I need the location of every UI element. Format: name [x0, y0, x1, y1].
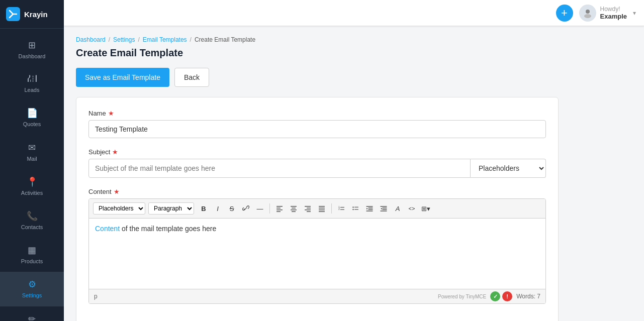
editor-footer: p Powered by TinyMCE ✓ ! Words: 7 [89, 289, 545, 303]
breadcrumb-sep-3: / [190, 36, 192, 43]
app-name: Krayin [24, 10, 48, 19]
sidebar-item-leads[interactable]: ⛜ Leads [0, 67, 64, 100]
svg-rect-12 [307, 208, 311, 209]
sidebar-item-label: Quotes [23, 121, 41, 128]
main-content: Dashboard / Settings / Email Templates /… [64, 26, 644, 321]
svg-rect-5 [277, 209, 283, 210]
editor-icon-green[interactable]: ✓ [490, 291, 500, 301]
editor-icon-red[interactable]: ! [502, 291, 512, 301]
products-icon: ▦ [28, 245, 36, 256]
svg-point-25 [352, 209, 353, 210]
toolbar-placeholders-dropdown[interactable]: Placeholders [93, 202, 145, 215]
action-bar: Save as Email Template Back [76, 68, 632, 87]
ordered-list-button[interactable]: 1.2. [335, 202, 348, 215]
outdent-button[interactable] [377, 202, 390, 215]
toolbar-separator-1 [269, 203, 270, 213]
user-menu[interactable]: Howdy! Example ▾ [579, 5, 636, 22]
sidebar: Krayin ⊞ Dashboard ⛜ Leads 📄 Quotes ✉ Ma… [0, 0, 64, 321]
sidebar-item-configuration[interactable]: ✏ Configuration [0, 306, 64, 322]
indent-button[interactable] [363, 202, 376, 215]
add-button[interactable]: + [556, 5, 573, 22]
unordered-list-button[interactable] [349, 202, 362, 215]
back-button[interactable]: Back [174, 68, 209, 87]
save-email-template-button[interactable]: Save as Email Template [76, 68, 169, 87]
dashboard-icon: ⊞ [28, 40, 36, 51]
breadcrumb-sep-1: / [109, 36, 110, 43]
bold-button[interactable]: B [197, 202, 210, 215]
configuration-icon: ✏ [28, 313, 36, 322]
sidebar-item-label: Leads [25, 87, 40, 93]
subject-input[interactable] [88, 159, 471, 178]
svg-point-23 [352, 206, 353, 207]
logo[interactable]: Krayin [0, 0, 64, 29]
align-right-button[interactable] [301, 202, 314, 215]
svg-point-1 [586, 10, 590, 14]
align-left-button[interactable] [273, 202, 286, 215]
word-count-label: Words: 7 [516, 293, 540, 300]
sidebar-item-products[interactable]: ▦ Products [0, 238, 64, 272]
svg-rect-6 [277, 211, 281, 212]
svg-rect-18 [319, 211, 325, 212]
subject-label: Subject ★ [88, 148, 546, 156]
svg-rect-9 [291, 209, 297, 210]
svg-rect-14 [307, 211, 311, 212]
align-center-button[interactable] [287, 202, 300, 215]
svg-rect-17 [319, 209, 325, 210]
editor-tag: p [94, 293, 98, 300]
sidebar-nav: ⊞ Dashboard ⛜ Leads 📄 Quotes ✉ Mail 📍 Ac… [0, 29, 64, 321]
breadcrumb-current: Create Email Template [195, 36, 255, 43]
content-highlight: Content [95, 225, 120, 233]
svg-rect-16 [319, 208, 325, 209]
sidebar-item-label: Dashboard [19, 53, 46, 60]
page-title: Create Email Template [76, 47, 632, 59]
krayin-logo-icon [6, 7, 20, 21]
sidebar-item-mail[interactable]: ✉ Mail [0, 135, 64, 169]
sidebar-item-settings[interactable]: ⚙ Settings [0, 272, 64, 306]
sidebar-item-label: Contacts [21, 224, 43, 231]
svg-rect-7 [291, 206, 297, 207]
breadcrumb-dashboard[interactable]: Dashboard [76, 36, 106, 43]
quotes-icon: 📄 [27, 108, 38, 119]
subject-row: Placeholders [88, 159, 546, 178]
sidebar-item-label: Activities [21, 190, 43, 196]
table-button[interactable]: ⊞▾ [419, 202, 432, 215]
name-input[interactable] [88, 120, 546, 138]
content-label: Content ★ [88, 188, 546, 195]
name-required-indicator: ★ [108, 110, 114, 117]
sidebar-item-label: Settings [22, 292, 42, 299]
editor-toolbar: Placeholders Paragraph B I S — [89, 199, 545, 219]
subject-placeholders-select[interactable]: Placeholders [471, 159, 546, 178]
greeting-text: Howdy! [600, 6, 627, 13]
svg-text:2.: 2. [338, 207, 340, 210]
mail-icon: ✉ [28, 142, 36, 153]
format-button[interactable]: A [391, 202, 404, 215]
toolbar-paragraph-dropdown[interactable]: Paragraph [148, 202, 194, 215]
sidebar-item-dashboard[interactable]: ⊞ Dashboard [0, 33, 64, 67]
hr-button[interactable]: — [253, 202, 266, 215]
name-field-group: Name ★ [88, 110, 546, 138]
sidebar-item-activities[interactable]: 📍 Activities [0, 169, 64, 203]
breadcrumb: Dashboard / Settings / Email Templates /… [76, 36, 632, 43]
editor-status-icons: ✓ ! [490, 291, 512, 301]
svg-rect-3 [277, 206, 283, 207]
code-button[interactable]: <> [405, 202, 418, 215]
svg-rect-8 [292, 208, 296, 209]
breadcrumb-settings[interactable]: Settings [113, 36, 135, 43]
justify-button[interactable] [315, 202, 328, 215]
sidebar-item-label: Mail [27, 156, 37, 162]
sidebar-item-quotes[interactable]: 📄 Quotes [0, 100, 64, 135]
editor-body[interactable]: Content of the mail template goes here [89, 219, 545, 289]
settings-icon: ⚙ [28, 279, 36, 290]
strikethrough-button[interactable]: S [225, 202, 238, 215]
breadcrumb-email-templates[interactable]: Email Templates [143, 36, 187, 43]
subject-required-indicator: ★ [112, 148, 118, 156]
italic-button[interactable]: I [211, 202, 224, 215]
user-menu-chevron-icon: ▾ [633, 10, 636, 17]
activities-icon: 📍 [27, 176, 38, 187]
toolbar-separator-2 [331, 203, 332, 213]
content-field-group: Content ★ Placeholders Paragraph B I S [88, 188, 546, 304]
link-button[interactable] [239, 202, 252, 215]
contacts-icon: 📞 [27, 210, 38, 222]
sidebar-item-contacts[interactable]: 📞 Contacts [0, 203, 64, 238]
svg-rect-10 [292, 211, 296, 212]
